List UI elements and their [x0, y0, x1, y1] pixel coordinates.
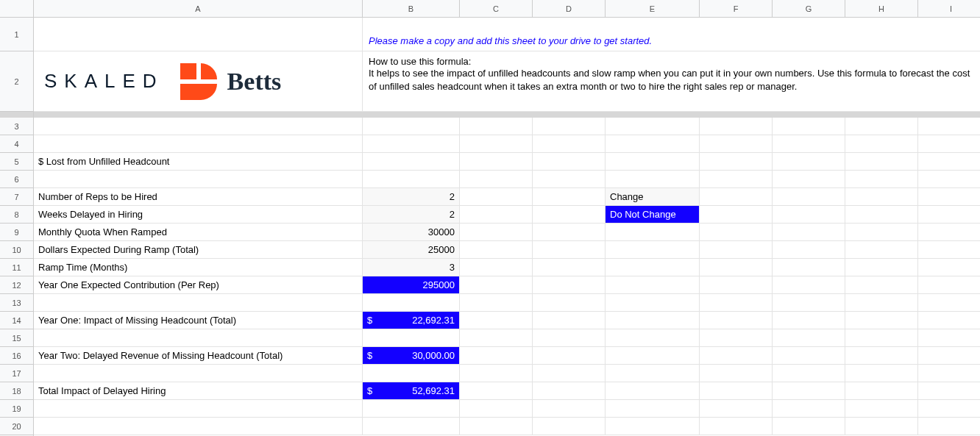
- col-header-B[interactable]: B: [363, 0, 460, 17]
- cell-E9[interactable]: [606, 224, 700, 240]
- row-header-5[interactable]: 5: [0, 153, 33, 171]
- cell-G14[interactable]: [773, 312, 845, 329]
- cell-B7[interactable]: 2: [363, 188, 460, 205]
- cell-B6[interactable]: [363, 171, 460, 187]
- cell-H8[interactable]: [845, 206, 918, 223]
- cell-I4[interactable]: [918, 135, 980, 152]
- row-header-8[interactable]: 8: [0, 206, 33, 224]
- cell-H13[interactable]: [845, 294, 918, 311]
- cell-I8[interactable]: [918, 206, 980, 223]
- col-header-F[interactable]: F: [700, 0, 773, 17]
- cell-B18[interactable]: $ 52,692.31: [363, 382, 460, 399]
- cell-A16[interactable]: Year Two: Delayed Revenue of Missing Hea…: [34, 347, 363, 364]
- cell-A4[interactable]: [34, 135, 363, 152]
- cell-H9[interactable]: [845, 224, 918, 240]
- cell-I6[interactable]: [918, 171, 980, 187]
- cell-A12[interactable]: Year One Expected Contribution (Per Rep): [34, 276, 363, 293]
- cell-A9[interactable]: Monthly Quota When Ramped: [34, 224, 363, 240]
- cell-E3[interactable]: [606, 118, 700, 135]
- cell-F10[interactable]: [700, 241, 773, 258]
- cell-H7[interactable]: [845, 188, 918, 205]
- cell-C16[interactable]: [460, 347, 533, 364]
- cell-E6[interactable]: [606, 171, 700, 187]
- col-header-E[interactable]: E: [606, 0, 700, 17]
- cell-H11[interactable]: [845, 259, 918, 276]
- cell-H4[interactable]: [845, 135, 918, 152]
- cell-C15[interactable]: [460, 329, 533, 346]
- cell-A6[interactable]: [34, 171, 363, 187]
- cell-D6[interactable]: [533, 171, 606, 187]
- cell-B14[interactable]: $ 22,692.31: [363, 312, 460, 329]
- cell-A19[interactable]: [34, 400, 363, 417]
- cell-A7[interactable]: Number of Reps to be Hired: [34, 188, 363, 205]
- col-header-G[interactable]: G: [773, 0, 845, 17]
- cell-G3[interactable]: [773, 118, 845, 135]
- cell-G6[interactable]: [773, 171, 845, 187]
- cell-C9[interactable]: [460, 224, 533, 240]
- cell-I9[interactable]: [918, 224, 980, 240]
- cell-E13[interactable]: [606, 294, 700, 311]
- cell-E20[interactable]: [606, 418, 700, 435]
- cell-E7[interactable]: Change: [606, 188, 700, 205]
- cell-C17[interactable]: [460, 365, 533, 382]
- cell-D5[interactable]: [533, 153, 606, 170]
- cell-I5[interactable]: [918, 153, 980, 170]
- col-header-C[interactable]: C: [460, 0, 533, 17]
- row-header-7[interactable]: 7: [0, 188, 33, 206]
- cell-H17[interactable]: [845, 365, 918, 382]
- cell-F5[interactable]: [700, 153, 773, 170]
- cell-B19[interactable]: [363, 400, 460, 417]
- cell-I12[interactable]: [918, 276, 980, 293]
- cell-I19[interactable]: [918, 400, 980, 417]
- cell-H3[interactable]: [845, 118, 918, 135]
- row-header-1[interactable]: 1: [0, 18, 33, 51]
- cell-B1-merged[interactable]: Please make a copy and add this sheet to…: [363, 18, 980, 51]
- row-header-15[interactable]: 15: [0, 329, 33, 347]
- cell-B9[interactable]: 30000: [363, 224, 460, 240]
- cell-F8[interactable]: [700, 206, 773, 223]
- cell-D14[interactable]: [533, 312, 606, 329]
- cell-F17[interactable]: [700, 365, 773, 382]
- cell-A18[interactable]: Total Impact of Delayed Hiring: [34, 382, 363, 399]
- select-all-corner[interactable]: [0, 0, 34, 18]
- cell-G20[interactable]: [773, 418, 845, 435]
- cell-D15[interactable]: [533, 329, 606, 346]
- cell-E11[interactable]: [606, 259, 700, 276]
- cell-C20[interactable]: [460, 418, 533, 435]
- cell-C19[interactable]: [460, 400, 533, 417]
- cell-B2-merged[interactable]: How to use this formula: It helps to see…: [363, 51, 980, 111]
- cell-G10[interactable]: [773, 241, 845, 258]
- cell-C7[interactable]: [460, 188, 533, 205]
- cell-B15[interactable]: [363, 329, 460, 346]
- cell-A20[interactable]: [34, 418, 363, 435]
- cell-E16[interactable]: [606, 347, 700, 364]
- cell-C13[interactable]: [460, 294, 533, 311]
- cell-I3[interactable]: [918, 118, 980, 135]
- cell-A14[interactable]: Year One: Impact of Missing Headcount (T…: [34, 312, 363, 329]
- cell-D12[interactable]: [533, 276, 606, 293]
- cell-H20[interactable]: [845, 418, 918, 435]
- col-header-D[interactable]: D: [533, 0, 606, 17]
- cell-F20[interactable]: [700, 418, 773, 435]
- cell-F16[interactable]: [700, 347, 773, 364]
- cell-F11[interactable]: [700, 259, 773, 276]
- cell-C18[interactable]: [460, 382, 533, 399]
- cell-F14[interactable]: [700, 312, 773, 329]
- cell-G19[interactable]: [773, 400, 845, 417]
- row-header-10[interactable]: 10: [0, 241, 33, 259]
- cell-G15[interactable]: [773, 329, 845, 346]
- cell-B3[interactable]: [363, 118, 460, 135]
- cell-H15[interactable]: [845, 329, 918, 346]
- cell-E10[interactable]: [606, 241, 700, 258]
- cell-F9[interactable]: [700, 224, 773, 240]
- cell-B12[interactable]: 295000: [363, 276, 460, 293]
- cell-E18[interactable]: [606, 382, 700, 399]
- cell-A11[interactable]: Ramp Time (Months): [34, 259, 363, 276]
- cell-B11[interactable]: 3: [363, 259, 460, 276]
- cell-B13[interactable]: [363, 294, 460, 311]
- cell-D11[interactable]: [533, 259, 606, 276]
- cell-D19[interactable]: [533, 400, 606, 417]
- cell-A8[interactable]: Weeks Delayed in Hiring: [34, 206, 363, 223]
- row-header-6[interactable]: 6: [0, 171, 33, 188]
- cell-I14[interactable]: [918, 312, 980, 329]
